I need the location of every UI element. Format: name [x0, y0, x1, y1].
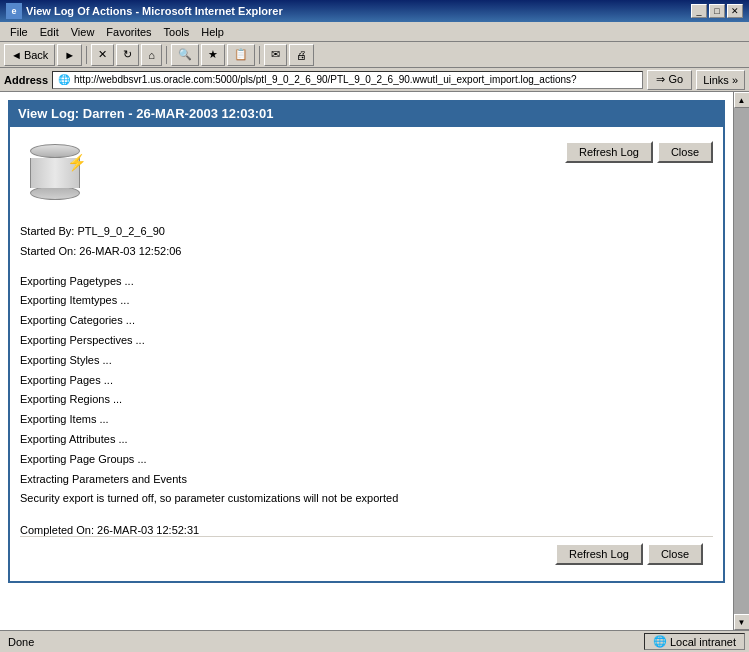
refresh-log-button-top[interactable]: Refresh Log: [565, 141, 653, 163]
scroll-track[interactable]: [734, 108, 749, 614]
completed-label: Completed On:: [20, 524, 94, 536]
address-label: Address: [4, 74, 48, 86]
menu-edit[interactable]: Edit: [34, 24, 65, 40]
started-by-row: Started By: PTL_9_0_2_6_90: [20, 222, 713, 242]
refresh-log-button-bottom[interactable]: Refresh Log: [555, 543, 643, 565]
log-actions-top: Refresh Log Close: [100, 137, 713, 163]
started-on-label: Started On:: [20, 245, 76, 257]
maximize-button[interactable]: □: [709, 4, 725, 18]
home-button[interactable]: ⌂: [141, 44, 162, 66]
list-item: Exporting Page Groups ...: [20, 450, 713, 470]
scrollbar-right[interactable]: ▲ ▼: [733, 92, 749, 630]
database-icon: ⚡: [20, 137, 90, 207]
menu-view[interactable]: View: [65, 24, 101, 40]
list-item: Exporting Itemtypes ...: [20, 291, 713, 311]
menu-bar: File Edit View Favorites Tools Help: [0, 22, 749, 42]
toolbar: ◄ Back ► ✕ ↻ ⌂ 🔍 ★ 📋 ✉ 🖨: [0, 42, 749, 68]
separator-3: [259, 46, 260, 64]
title-bar-left: e View Log Of Actions - Microsoft Intern…: [6, 3, 283, 19]
title-bar: e View Log Of Actions - Microsoft Intern…: [0, 0, 749, 22]
stop-icon: ✕: [98, 48, 107, 61]
forward-button[interactable]: ►: [57, 44, 82, 66]
address-bar: Address 🌐 http://webdbsvr1.us.oracle.com…: [0, 68, 749, 92]
go-button[interactable]: ⇒ Go: [647, 70, 692, 90]
favorites-icon: ★: [208, 48, 218, 61]
status-text: Done: [4, 636, 644, 648]
favorites-button[interactable]: ★: [201, 44, 225, 66]
list-item: Security export is turned off, so parame…: [20, 489, 713, 509]
menu-file[interactable]: File: [4, 24, 34, 40]
back-icon: ◄: [11, 49, 22, 61]
list-item: Exporting Styles ...: [20, 351, 713, 371]
back-button[interactable]: ◄ Back: [4, 44, 55, 66]
window-title: View Log Of Actions - Microsoft Internet…: [26, 5, 283, 17]
links-button[interactable]: Links »: [696, 70, 745, 90]
history-button[interactable]: 📋: [227, 44, 255, 66]
bottom-buttons: Refresh Log Close: [20, 536, 713, 571]
address-input-container: 🌐 http://webdbsvr1.us.oracle.com:5000/pl…: [52, 71, 643, 89]
zone-icon: 🌐: [653, 635, 667, 648]
completed-value: 26-MAR-03 12:52:31: [97, 524, 199, 536]
status-bar: Done 🌐 Local intranet: [0, 630, 749, 652]
list-item: Exporting Regions ...: [20, 390, 713, 410]
log-info: Started By: PTL_9_0_2_6_90 Started On: 2…: [20, 222, 713, 262]
log-title: View Log: Darren - 26-MAR-2003 12:03:01: [18, 106, 274, 121]
title-bar-controls: _ □ ✕: [691, 4, 743, 18]
search-button[interactable]: 🔍: [171, 44, 199, 66]
list-item: Exporting Categories ...: [20, 311, 713, 331]
scroll-up-arrow[interactable]: ▲: [734, 92, 750, 108]
mail-icon: ✉: [271, 48, 280, 61]
print-button[interactable]: 🖨: [289, 44, 314, 66]
started-by-label: Started By:: [20, 225, 74, 237]
main-area: View Log: Darren - 26-MAR-2003 12:03:01 …: [0, 92, 749, 630]
started-on-value-text: 26-MAR-03 12:52:06: [79, 245, 181, 257]
menu-help[interactable]: Help: [195, 24, 230, 40]
status-zone: 🌐 Local intranet: [644, 633, 745, 650]
scroll-down-arrow[interactable]: ▼: [734, 614, 750, 630]
log-header-row: ⚡ Refresh Log Close: [20, 137, 713, 207]
log-entries: Exporting Pagetypes ...Exporting Itemtyp…: [20, 272, 713, 510]
log-header: View Log: Darren - 26-MAR-2003 12:03:01: [8, 100, 725, 127]
separator-1: [86, 46, 87, 64]
list-item: Exporting Items ...: [20, 410, 713, 430]
close-button-top[interactable]: Close: [657, 141, 713, 163]
content-area[interactable]: View Log: Darren - 26-MAR-2003 12:03:01 …: [0, 92, 733, 630]
log-container: View Log: Darren - 26-MAR-2003 12:03:01 …: [0, 92, 733, 630]
zone-text: Local intranet: [670, 636, 736, 648]
log-body: ⚡ Refresh Log Close: [8, 127, 725, 583]
list-item: Exporting Pagetypes ...: [20, 272, 713, 292]
back-label: Back: [24, 49, 48, 61]
home-icon: ⌂: [148, 49, 155, 61]
forward-icon: ►: [64, 49, 75, 61]
cylinder-bottom: [30, 186, 80, 200]
list-item: Exporting Pages ...: [20, 371, 713, 391]
url-text[interactable]: http://webdbsvr1.us.oracle.com:5000/pls/…: [74, 74, 577, 85]
history-icon: 📋: [234, 48, 248, 61]
print-icon: 🖨: [296, 49, 307, 61]
close-button-bottom[interactable]: Close: [647, 543, 703, 565]
close-window-button[interactable]: ✕: [727, 4, 743, 18]
log-completed: Completed On: 26-MAR-03 12:52:31: [20, 524, 713, 536]
cylinder-body: ⚡: [30, 158, 80, 188]
search-icon: 🔍: [178, 48, 192, 61]
refresh-icon: ↻: [123, 48, 132, 61]
started-by-value-text: PTL_9_0_2_6_90: [77, 225, 164, 237]
separator-2: [166, 46, 167, 64]
menu-tools[interactable]: Tools: [158, 24, 196, 40]
menu-favorites[interactable]: Favorites: [100, 24, 157, 40]
action-buttons-top: Refresh Log Close: [565, 141, 713, 163]
stop-button[interactable]: ✕: [91, 44, 114, 66]
page-icon: 🌐: [57, 73, 71, 87]
started-on-row: Started On: 26-MAR-03 12:52:06: [20, 242, 713, 262]
refresh-toolbar-button[interactable]: ↻: [116, 44, 139, 66]
list-item: Extracting Parameters and Events: [20, 470, 713, 490]
ie-icon: e: [6, 3, 22, 19]
list-item: Exporting Attributes ...: [20, 430, 713, 450]
spark-icon: ⚡: [67, 153, 87, 172]
mail-button[interactable]: ✉: [264, 44, 287, 66]
minimize-button[interactable]: _: [691, 4, 707, 18]
list-item: Exporting Perspectives ...: [20, 331, 713, 351]
status-right: 🌐 Local intranet: [644, 633, 745, 650]
